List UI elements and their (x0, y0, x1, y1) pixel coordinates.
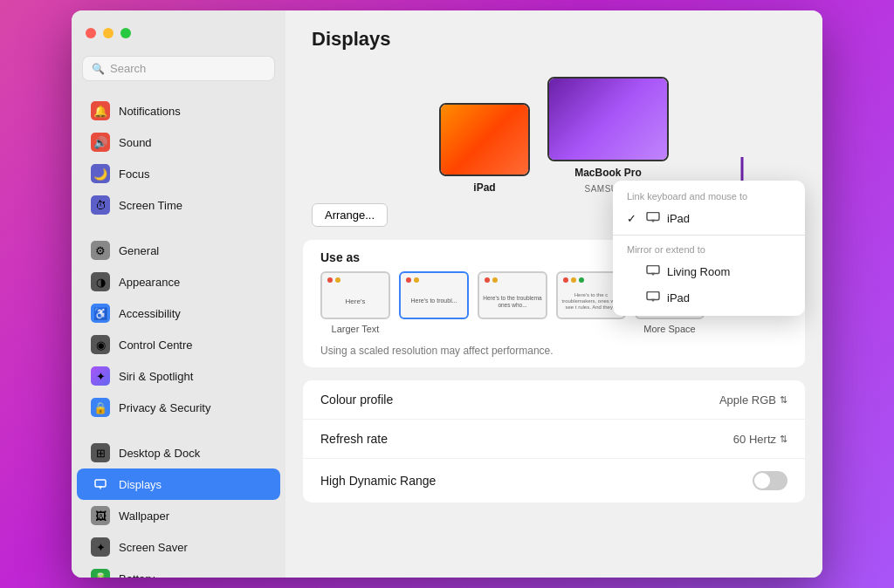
sidebar-item-label: Desktop & Dock (119, 447, 200, 460)
refresh-rate-row: Refresh rate 60 Hertz ⇅ (303, 420, 805, 459)
refresh-rate-value[interactable]: 60 Hertz ⇅ (733, 433, 787, 446)
macbook-thumbnail (547, 77, 669, 161)
sidebar-item-label: Sound (119, 136, 152, 149)
dropdown-divider (613, 235, 805, 236)
sidebar-item-appearance[interactable]: ◑ Appearance (77, 266, 280, 297)
dropdown-living-room[interactable]: Living Room (613, 258, 805, 284)
sidebar-item-screen-time[interactable]: ⏱ Screen Time (77, 189, 280, 221)
sidebar-item-general[interactable]: ⚙ General (77, 235, 280, 266)
hdr-toggle[interactable] (753, 471, 787, 490)
res-dot (571, 277, 576, 283)
res-option-larger-text[interactable]: Here's Larger Text (320, 271, 390, 334)
svg-rect-9 (647, 292, 659, 300)
refresh-rate-label: Refresh rate (320, 432, 388, 446)
refresh-rate-chevron: ⇅ (780, 434, 787, 445)
titlebar (72, 10, 285, 56)
search-bar[interactable]: 🔍 Search (82, 56, 275, 81)
res-thumb-text: Here's to the troublema ones who... (483, 295, 542, 309)
monitor-icon-2 (646, 264, 660, 278)
control-centre-icon: ◉ (91, 335, 110, 354)
res-option-label: More Space (643, 324, 695, 334)
hdr-label: High Dynamic Range (320, 474, 436, 488)
sidebar-item-label: Accessibility (119, 307, 181, 320)
macbook-display-item[interactable]: MacBook Pro SAMSUNG (547, 77, 669, 194)
sidebar-item-accessibility[interactable]: ♿ Accessibility (77, 297, 280, 329)
sidebar-item-label: Screen Saver (119, 541, 188, 554)
sidebar-item-control-centre[interactable]: ◉ Control Centre (77, 329, 280, 360)
sidebar-item-battery[interactable]: 🔋 Battery (77, 563, 280, 578)
res-dot (327, 277, 333, 283)
sidebar-item-notifications[interactable]: 🔔 Notifications (77, 95, 280, 126)
res-dot (579, 277, 584, 283)
arrange-button[interactable]: Arrange... (312, 203, 388, 227)
sidebar-item-displays[interactable]: Displays (77, 468, 280, 500)
wallpaper-icon: 🖼 (91, 506, 110, 525)
sidebar-item-focus[interactable]: 🌙 Focus (77, 158, 280, 189)
svg-rect-0 (95, 480, 106, 487)
res-dot (335, 277, 340, 283)
accessibility-icon: ♿ (91, 304, 110, 323)
res-dot (414, 277, 419, 283)
focus-icon: 🌙 (91, 164, 110, 183)
sidebar-item-label: Privacy & Security (119, 401, 210, 414)
res-option-label: Larger Text (332, 324, 380, 334)
general-icon: ⚙ (91, 241, 110, 260)
sidebar-item-wallpaper[interactable]: 🖼 Wallpaper (77, 500, 280, 531)
svg-rect-6 (647, 266, 659, 274)
ipad-thumbnail (439, 103, 530, 176)
dropdown-ipad-mirror-label: iPad (667, 291, 690, 304)
sidebar-item-label: Battery (119, 572, 155, 578)
res-thumb-2: Here's to troubl... (399, 271, 469, 319)
close-button[interactable] (86, 28, 96, 38)
sidebar-item-desktop-dock[interactable]: ⊞ Desktop & Dock (77, 437, 280, 468)
battery-icon: 🔋 (91, 569, 110, 578)
sidebar-section-mid: ⚙ General ◑ Appearance ♿ Accessibility ◉… (72, 231, 285, 427)
colour-profile-label: Colour profile (320, 393, 393, 407)
res-thumb-text: Here's to troubl... (410, 297, 457, 304)
sidebar-item-siri-spotlight[interactable]: ✦ Siri & Spotlight (77, 360, 280, 392)
use-as-label: Use as (320, 250, 360, 264)
search-placeholder: Search (110, 62, 146, 75)
sidebar-item-label: Notifications (119, 105, 181, 118)
res-option-2[interactable]: Here's to troubl... (399, 271, 469, 334)
sidebar-item-sound[interactable]: 🔊 Sound (77, 126, 280, 158)
sidebar-item-label: Focus (119, 168, 149, 181)
monitor-icon-3 (646, 291, 660, 304)
system-preferences-window: 🔍 Search 🔔 Notifications 🔊 Sound 🌙 Focus… (72, 10, 822, 578)
sidebar-item-privacy-security[interactable]: 🔒 Privacy & Security (77, 392, 280, 423)
minimize-button[interactable] (103, 28, 113, 38)
res-dot (563, 277, 568, 283)
main-content: Displays iPad MacBook Pro SAMSUNG Arrang… (285, 10, 822, 578)
dropdown-ipad-link[interactable]: ✓ iPad (613, 205, 805, 231)
ipad-display-item[interactable]: iPad (439, 103, 530, 194)
sidebar-item-screen-saver[interactable]: ✦ Screen Saver (77, 531, 280, 563)
hdr-row: High Dynamic Range (303, 459, 805, 503)
res-dot (485, 277, 490, 283)
sidebar: 🔍 Search 🔔 Notifications 🔊 Sound 🌙 Focus… (72, 10, 285, 578)
desktop-icon: ⊞ (91, 443, 110, 462)
sidebar-item-label: Screen Time (119, 199, 182, 212)
screen-time-icon: ⏱ (91, 195, 110, 215)
monitor-icon (646, 211, 660, 225)
notifications-icon: 🔔 (91, 101, 110, 120)
res-thumb-text: Here's (346, 297, 366, 306)
res-dot (492, 277, 498, 283)
colour-profile-value[interactable]: Apple RGB ⇅ (719, 393, 787, 407)
display-settings-section: Colour profile Apple RGB ⇅ Refresh rate … (303, 380, 805, 503)
macbook-display-name: MacBook Pro (574, 167, 642, 179)
appearance-icon: ◑ (91, 272, 110, 291)
res-option-3[interactable]: Here's to the troublema ones who... (478, 271, 547, 334)
svg-rect-3 (647, 213, 659, 221)
sidebar-section-top: 🔔 Notifications 🔊 Sound 🌙 Focus ⏱ Screen… (72, 92, 285, 224)
dropdown-ipad-mirror[interactable]: iPad (613, 284, 805, 311)
dropdown-ipad-link-label: iPad (667, 212, 690, 225)
res-thumb-3: Here's to the troublema ones who... (478, 271, 547, 319)
page-title: Displays (312, 28, 391, 50)
check-icon: ✓ (627, 212, 639, 225)
colour-profile-chevron: ⇅ (780, 394, 787, 406)
maximize-button[interactable] (120, 28, 131, 38)
dropdown-living-room-label: Living Room (667, 265, 730, 278)
sound-icon: 🔊 (91, 133, 110, 152)
colour-profile-row: Colour profile Apple RGB ⇅ (303, 380, 805, 420)
ipad-display-name: iPad (473, 181, 495, 194)
